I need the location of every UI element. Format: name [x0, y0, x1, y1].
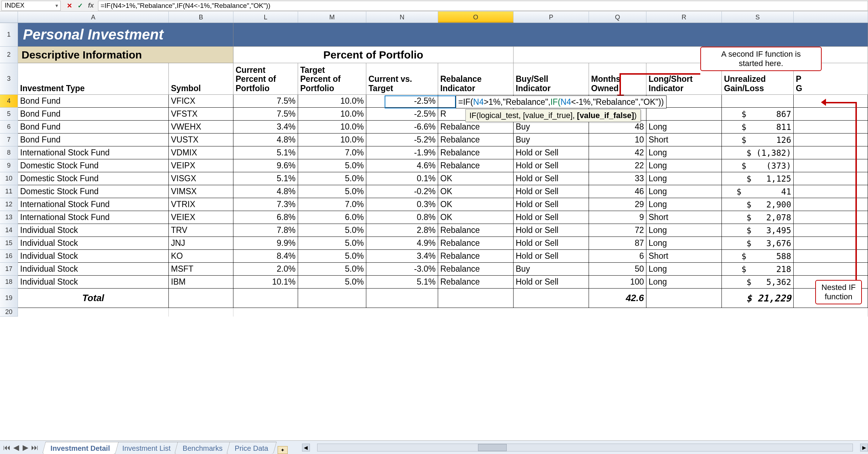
cell-tgtpct[interactable]: 10.0% — [298, 95, 366, 108]
cell-cvt[interactable]: -3.0% — [366, 263, 438, 276]
cell-tgtpct[interactable]: 10.0% — [298, 134, 366, 146]
row-header-20[interactable]: 20 — [0, 308, 18, 317]
cell-ugl[interactable]: $ 2,900 — [722, 198, 794, 211]
cell-symbol[interactable]: VISGX — [169, 172, 233, 185]
cell-buysell[interactable]: Hold or Sell — [514, 250, 589, 263]
cell-rebal[interactable]: Rebalance — [438, 250, 514, 263]
sheet-tab-investment-list[interactable]: Investment List — [114, 442, 179, 454]
cell-ugl[interactable]: $ 218 — [722, 263, 794, 276]
cell-curpct[interactable]: 8.4% — [233, 250, 298, 263]
total-label[interactable]: Total — [18, 289, 169, 308]
cell-invtype[interactable]: Individual Stock — [18, 237, 169, 250]
cell-buysell[interactable]: Hold or Sell — [514, 211, 589, 224]
cell-ugl[interactable]: $ 3,676 — [722, 237, 794, 250]
cell-months[interactable]: 100 — [589, 276, 646, 289]
cell-cvt[interactable]: -0.2% — [366, 185, 438, 198]
cell-tgtpct[interactable]: 10.0% — [298, 121, 366, 134]
col-header-A[interactable]: A — [18, 11, 169, 23]
name-box-dropdown-icon[interactable]: ▼ — [55, 3, 59, 8]
col-header-O[interactable]: O — [438, 11, 514, 23]
select-all-corner[interactable] — [0, 11, 18, 23]
row-header-1[interactable]: 1 — [0, 23, 18, 47]
cell-A20[interactable] — [18, 308, 169, 317]
cell-ls[interactable]: Long — [646, 172, 722, 185]
cell-tgtpct[interactable]: 5.0% — [298, 237, 366, 250]
cell-buysell[interactable]: Buy — [514, 121, 589, 134]
cell-months[interactable]: 72 — [589, 224, 646, 237]
cell-months[interactable]: 50 — [589, 263, 646, 276]
cell-ugl[interactable]: $ (373) — [722, 159, 794, 172]
cell-months[interactable]: 33 — [589, 172, 646, 185]
cell-cvt[interactable]: 3.4% — [366, 250, 438, 263]
hscroll-thumb[interactable] — [478, 444, 507, 451]
cell-symbol[interactable]: VEIEX — [169, 211, 233, 224]
horizontal-scrollbar[interactable] — [317, 444, 853, 451]
cell-ls[interactable]: Long — [646, 224, 722, 237]
cell-P19[interactable] — [514, 289, 589, 308]
cell-ugl[interactable]: $ 3,495 — [722, 224, 794, 237]
col-header-B[interactable]: B — [169, 11, 233, 23]
cell-invtype[interactable]: Bond Fund — [18, 95, 169, 108]
row-header-5[interactable]: 5 — [0, 108, 18, 121]
cell-invtype[interactable]: Bond Fund — [18, 121, 169, 134]
cell-buysell[interactable]: Buy — [514, 134, 589, 146]
cell-tgtpct[interactable]: 5.0% — [298, 185, 366, 198]
cell-ls[interactable]: Long — [646, 198, 722, 211]
cell-invtype[interactable]: Individual Stock — [18, 250, 169, 263]
cell-curpct[interactable]: 5.1% — [233, 172, 298, 185]
cell-invtype[interactable]: International Stock Fund — [18, 146, 169, 159]
cell-buysell[interactable]: Hold or Sell — [514, 159, 589, 172]
cell-curpct[interactable]: 7.5% — [233, 95, 298, 108]
enter-button[interactable]: ✓ — [76, 2, 84, 9]
cell-tgtpct[interactable]: 7.0% — [298, 146, 366, 159]
cell-rebal[interactable]: OK — [438, 198, 514, 211]
cell-curpct[interactable]: 7.5% — [233, 108, 298, 121]
cell-buysell[interactable]: Hold or Sell — [514, 185, 589, 198]
cell-symbol[interactable]: VDMIX — [169, 146, 233, 159]
cell-months[interactable]: 22 — [589, 159, 646, 172]
row-header-7[interactable]: 7 — [0, 134, 18, 146]
row-header-6[interactable]: 6 — [0, 121, 18, 134]
cell-symbol[interactable]: VEIPX — [169, 159, 233, 172]
cell-tgtpct[interactable]: 5.0% — [298, 172, 366, 185]
cell-symbol[interactable]: VIMSX — [169, 185, 233, 198]
cell-ls[interactable] — [646, 108, 722, 121]
cell-Q19[interactable]: 42.6 — [589, 289, 646, 308]
cell-rebal[interactable]: OK — [438, 211, 514, 224]
cell-curpct[interactable]: 7.3% — [233, 198, 298, 211]
cell-tgtpct[interactable]: 5.0% — [298, 263, 366, 276]
cell-O19[interactable] — [438, 289, 514, 308]
cell-invtype[interactable]: Individual Stock — [18, 224, 169, 237]
col-header-R[interactable]: R — [646, 11, 722, 23]
sheet-tab-price-data[interactable]: Price Data — [227, 442, 277, 454]
cell-months[interactable]: 29 — [589, 198, 646, 211]
tab-nav-next-icon[interactable]: ▶ — [22, 444, 29, 451]
cell-ugl[interactable]: $ 5,362 — [722, 276, 794, 289]
fx-button[interactable]: fx — [87, 2, 94, 9]
cell-ugl[interactable]: $ 2,078 — [722, 211, 794, 224]
cell-rebal[interactable]: Rebalance — [438, 263, 514, 276]
cancel-button[interactable]: ✕ — [66, 2, 73, 9]
hscroll-right-icon[interactable]: ▶ — [860, 444, 868, 451]
cell-tgtpct[interactable]: 7.0% — [298, 198, 366, 211]
row-header-16[interactable]: 16 — [0, 250, 18, 263]
cell-rebal[interactable]: Rebalance — [438, 237, 514, 250]
cell-ugl[interactable]: $ 41 — [722, 185, 794, 198]
cell-cvt[interactable]: 2.8% — [366, 224, 438, 237]
cell-symbol[interactable]: MSFT — [169, 263, 233, 276]
row-header-8[interactable]: 8 — [0, 146, 18, 159]
cell-symbol[interactable]: VWEHX — [169, 121, 233, 134]
cell-tgtpct[interactable]: 6.0% — [298, 211, 366, 224]
cell-ls[interactable]: Long — [646, 276, 722, 289]
cell-curpct[interactable]: 9.6% — [233, 159, 298, 172]
cell-ls[interactable]: Long — [646, 263, 722, 276]
cell-cvt[interactable]: -2.5% — [366, 95, 438, 108]
cell-tgtpct[interactable]: 5.0% — [298, 250, 366, 263]
cell-ugl[interactable] — [722, 95, 794, 108]
row-header-10[interactable]: 10 — [0, 172, 18, 185]
cell-buysell[interactable]: Hold or Sell — [514, 172, 589, 185]
cell-cvt[interactable]: 0.3% — [366, 198, 438, 211]
cell-months[interactable]: 6 — [589, 250, 646, 263]
col-header-P[interactable]: P — [514, 11, 589, 23]
cell-S19[interactable]: $ 21,229 — [722, 289, 794, 308]
